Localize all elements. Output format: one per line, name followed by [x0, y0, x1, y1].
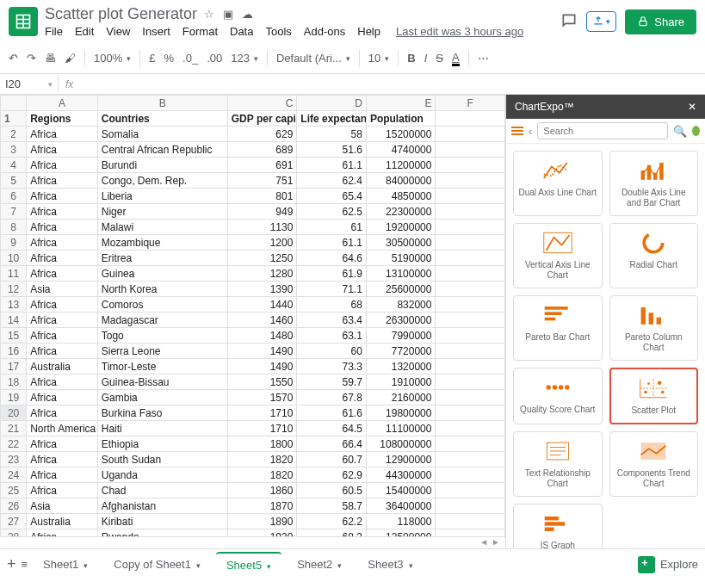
dec-increase[interactable]: .00	[207, 52, 222, 65]
redo-icon[interactable]: ↷	[27, 52, 36, 65]
panel-menu-icon[interactable]	[511, 127, 523, 135]
is-graph-icon	[542, 511, 573, 535]
card-text-relationship[interactable]: Text Relationship Chart	[513, 431, 603, 497]
spreadsheet-grid[interactable]: ABCDEF1RegionsCountriesGDP per capitaLif…	[0, 95, 505, 548]
svg-rect-9	[544, 232, 572, 252]
panel-back-icon[interactable]: ‹	[529, 125, 532, 138]
card-pareto-bar[interactable]: Pareto Bar Chart	[513, 295, 603, 361]
menu-edit[interactable]: Edit	[75, 25, 94, 38]
card-double-axis-bar[interactable]: Double Axis Line and Bar Chart	[609, 151, 699, 216]
menu-help[interactable]: Help	[357, 25, 380, 38]
explore-button[interactable]: Explore	[638, 556, 698, 573]
svg-rect-16	[657, 318, 661, 325]
paint-icon[interactable]: 🖌	[65, 52, 76, 65]
present-button[interactable]: ▾	[586, 11, 616, 32]
move-icon[interactable]: ▣	[223, 8, 233, 21]
more-toolbar-icon[interactable]: ⋯	[478, 52, 489, 65]
tab-sheet5[interactable]: Sheet5	[216, 552, 281, 577]
app-header: Scatter plot Generator ☆ ▣ ☁ File Edit V…	[0, 0, 705, 43]
menu-view[interactable]: View	[106, 25, 130, 38]
svg-point-28	[648, 382, 651, 385]
explore-icon	[638, 556, 655, 573]
doc-title[interactable]: Scatter plot Generator	[45, 5, 197, 23]
bold-button[interactable]: B	[407, 52, 415, 65]
card-vertical-axis-line[interactable]: Vertical Axis Line Chart	[513, 223, 603, 288]
svg-point-26	[658, 381, 662, 385]
card-pareto-column[interactable]: Pareto Column Chart	[609, 295, 699, 361]
pareto-bar-icon	[542, 303, 573, 327]
panel-close-icon[interactable]: ✕	[688, 101, 696, 113]
double-axis-bar-icon	[638, 158, 669, 183]
last-edit[interactable]: Last edit was 3 hours ago	[396, 25, 523, 38]
star-icon[interactable]: ☆	[204, 8, 214, 21]
menu-format[interactable]: Format	[182, 25, 218, 38]
share-button[interactable]: Share	[625, 9, 696, 34]
add-sheet-icon[interactable]: +	[7, 555, 16, 573]
all-sheets-icon[interactable]: ≡	[22, 558, 28, 571]
toolbar: ↶ ↷ 🖶 🖌 100% £ % .0_ .00 123 Default (Ar…	[0, 43, 705, 74]
horizontal-scroll[interactable]: ◄►	[0, 536, 505, 548]
svg-rect-34	[544, 517, 558, 521]
svg-point-19	[559, 385, 563, 389]
tab-sheet2[interactable]: Sheet2	[287, 553, 352, 576]
percent-button[interactable]: %	[164, 52, 174, 65]
svg-point-18	[552, 385, 556, 389]
menu-addons[interactable]: Add-ons	[304, 25, 345, 38]
menu-file[interactable]: File	[45, 25, 63, 38]
card-scatter-plot[interactable]: Scatter Plot	[609, 368, 699, 424]
currency-button[interactable]: £	[149, 52, 155, 65]
numfmt-dropdown[interactable]: 123	[231, 52, 258, 65]
components-trend-icon	[638, 439, 669, 463]
cloud-icon[interactable]: ☁	[242, 8, 253, 21]
menu-bar: File Edit View Insert Format Data Tools …	[45, 25, 553, 38]
italic-button[interactable]: I	[424, 52, 428, 65]
vertical-axis-line-icon	[542, 231, 573, 255]
font-dropdown[interactable]: Default (Ari...	[276, 52, 350, 65]
panel-title: ChartExpo™	[515, 101, 574, 113]
tab-sheet3[interactable]: Sheet3	[357, 553, 423, 576]
svg-point-27	[661, 391, 665, 394]
fontsize-dropdown[interactable]: 10	[368, 52, 389, 65]
sheet-tabs-bar: + ≡ Sheet1 Copy of Sheet1 Sheet5 Sheet2 …	[0, 548, 705, 579]
svg-rect-12	[544, 312, 561, 315]
zoom-dropdown[interactable]: 100%	[94, 52, 131, 65]
undo-icon[interactable]: ↶	[9, 52, 18, 65]
name-box[interactable]: I20▾	[0, 76, 59, 92]
panel-search-input[interactable]	[537, 122, 668, 139]
menu-data[interactable]: Data	[230, 25, 253, 38]
panel-status-icon	[692, 126, 700, 136]
svg-point-17	[546, 385, 550, 389]
dual-axis-line-icon	[542, 158, 573, 183]
svg-rect-36	[544, 528, 553, 532]
card-components-trend[interactable]: Components Trend Chart	[609, 431, 699, 497]
svg-rect-11	[544, 306, 567, 310]
menu-tools[interactable]: Tools	[265, 25, 291, 38]
svg-rect-35	[544, 522, 564, 526]
svg-rect-15	[649, 313, 653, 325]
textcolor-button[interactable]: A	[452, 51, 460, 66]
svg-point-20	[565, 385, 569, 389]
sheets-logo	[9, 7, 38, 36]
tab-sheet1[interactable]: Sheet1	[33, 553, 98, 576]
svg-rect-13	[544, 318, 555, 321]
fx-label: fx	[59, 78, 80, 90]
menu-insert[interactable]: Insert	[142, 25, 170, 38]
card-dual-axis-line[interactable]: Dual Axis Line Chart	[513, 151, 603, 216]
text-relationship-icon	[542, 439, 573, 463]
formula-bar: I20▾ fx	[0, 74, 705, 95]
card-quality-score[interactable]: Quality Score Chart	[513, 368, 603, 424]
tab-copy-sheet1[interactable]: Copy of Sheet1	[103, 553, 211, 576]
svg-rect-14	[641, 307, 646, 325]
search-icon[interactable]: 🔍	[673, 125, 687, 138]
card-radial[interactable]: Radial Chart	[609, 223, 699, 288]
strike-button[interactable]: S	[436, 52, 443, 65]
svg-point-10	[644, 233, 663, 252]
scatter-plot-icon	[638, 376, 669, 400]
svg-point-25	[644, 391, 647, 394]
svg-rect-4	[640, 21, 646, 25]
dec-decrease[interactable]: .0_	[182, 52, 198, 65]
comments-icon[interactable]	[560, 12, 578, 32]
pareto-column-icon	[638, 303, 669, 327]
card-is-graph[interactable]: IS Graph	[513, 504, 603, 548]
print-icon[interactable]: 🖶	[45, 52, 56, 65]
